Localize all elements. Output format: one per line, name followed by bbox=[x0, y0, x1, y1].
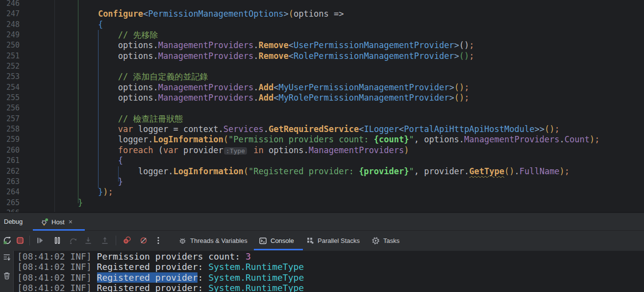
scroll-to-end-icon[interactable] bbox=[2, 253, 11, 262]
console-line[interactable]: [08:41:02 INF] Registered provider: Syst… bbox=[17, 262, 304, 272]
mute-breakpoints-icon[interactable] bbox=[139, 236, 148, 245]
line-number: 257 bbox=[0, 114, 20, 124]
line-number: 266 bbox=[0, 208, 20, 212]
debug-toolbar: Threads & Variables Console bbox=[0, 231, 644, 250]
code-line[interactable]: options.ManagementProviders.Add<MyRolePe… bbox=[58, 93, 600, 103]
code-line[interactable]: } bbox=[58, 198, 600, 208]
debug-console[interactable]: [08:41:02 INF] Permission providers coun… bbox=[0, 251, 644, 292]
view-breakpoints-icon[interactable] bbox=[123, 236, 131, 245]
console-line[interactable]: [08:41:02 INF] Registered provider: Syst… bbox=[17, 283, 304, 292]
tool-window-title: Debug bbox=[4, 213, 23, 231]
step-over-icon[interactable] bbox=[69, 236, 78, 245]
line-number: 265 bbox=[0, 198, 20, 208]
code-line[interactable]: // 檢查註冊狀態 bbox=[58, 114, 600, 124]
line-number: 262 bbox=[0, 166, 20, 177]
threads-icon bbox=[178, 237, 187, 245]
line-number: 258 bbox=[0, 124, 20, 134]
code-editor[interactable]: 2462472482492502512522532542552562572582… bbox=[0, 0, 644, 212]
code-line[interactable]: logger.LogInformation("Permission provid… bbox=[58, 134, 600, 145]
line-number: 253 bbox=[0, 72, 20, 82]
editor-code-text[interactable]: Configure<PermissionManagementOptions>(o… bbox=[58, 0, 600, 212]
editor-gutter: 2462472482492502512522532542552562572582… bbox=[0, 0, 20, 212]
code-line[interactable]: Configure<PermissionManagementOptions>(o… bbox=[58, 9, 600, 19]
console-toolbar-strip bbox=[0, 251, 14, 292]
line-number: 254 bbox=[0, 82, 20, 93]
line-number: 248 bbox=[0, 20, 20, 30]
console-line[interactable]: [08:41:02 INF] Permission providers coun… bbox=[17, 251, 304, 262]
code-line[interactable]: options.ManagementProviders.Remove<RoleP… bbox=[58, 51, 600, 61]
tab-threads-variables-label: Threads & Variables bbox=[190, 237, 248, 244]
rerun-debug-icon[interactable] bbox=[3, 236, 12, 245]
more-options-icon[interactable] bbox=[154, 236, 163, 245]
line-number: 252 bbox=[0, 61, 20, 72]
line-number: 264 bbox=[0, 187, 20, 197]
code-line[interactable]: // 先移除 bbox=[58, 30, 600, 40]
code-line[interactable] bbox=[58, 0, 600, 9]
line-number: 250 bbox=[0, 40, 20, 51]
close-icon[interactable]: × bbox=[69, 218, 73, 226]
clear-console-icon[interactable] bbox=[2, 271, 11, 280]
code-line[interactable]: var logger = context.Services.GetRequire… bbox=[58, 124, 600, 134]
debug-panel-header: Debug Host × bbox=[0, 213, 644, 231]
code-line[interactable]: logger.LogInformation("Registered provid… bbox=[58, 166, 600, 177]
code-line[interactable]: options.ManagementProviders.Remove<UserP… bbox=[58, 40, 600, 51]
pause-icon[interactable] bbox=[53, 236, 62, 245]
step-out-icon[interactable] bbox=[100, 236, 109, 245]
tab-tasks[interactable]: Tasks bbox=[372, 231, 399, 250]
line-number: 251 bbox=[0, 51, 20, 61]
console-line[interactable]: [08:41:02 INF] Registered provider: Syst… bbox=[17, 272, 304, 283]
code-line[interactable]: { bbox=[58, 20, 600, 30]
tasks-icon bbox=[372, 237, 380, 245]
code-line[interactable] bbox=[58, 208, 600, 212]
code-line[interactable] bbox=[58, 61, 600, 72]
code-line[interactable]: options.ManagementProviders.Add<MyUserPe… bbox=[58, 82, 600, 93]
debug-tool-window: Debug Host × bbox=[0, 213, 644, 292]
tab-host-label: Host bbox=[51, 218, 65, 226]
debugger-session-icon bbox=[41, 218, 49, 226]
line-number: 255 bbox=[0, 93, 20, 103]
tab-selected-underline bbox=[254, 249, 303, 250]
tab-host[interactable]: Host × bbox=[33, 213, 85, 231]
line-number: 246 bbox=[0, 0, 20, 9]
gutter-border bbox=[54, 0, 55, 212]
line-number: 259 bbox=[0, 134, 20, 145]
console-icon bbox=[259, 237, 267, 245]
console-output[interactable]: [08:41:02 INF] Permission providers coun… bbox=[17, 251, 304, 292]
line-number: 261 bbox=[0, 156, 20, 166]
tab-tasks-label: Tasks bbox=[383, 237, 399, 244]
toolbar-separator bbox=[29, 236, 30, 245]
line-number: 263 bbox=[0, 177, 20, 187]
tab-console[interactable]: Console bbox=[259, 231, 294, 250]
line-number: 247 bbox=[0, 9, 20, 19]
toolbar-separator bbox=[116, 236, 116, 245]
tab-parallel-stacks-label: Parallel Stacks bbox=[318, 237, 360, 244]
stop-icon[interactable] bbox=[16, 236, 25, 245]
resume-icon[interactable] bbox=[36, 236, 45, 245]
code-line[interactable]: foreach (var provider:Type in options.Ma… bbox=[58, 145, 600, 156]
code-line[interactable]: { bbox=[58, 156, 600, 166]
tab-threads-variables[interactable]: Threads & Variables bbox=[178, 231, 248, 250]
parallel-stacks-icon bbox=[306, 237, 314, 245]
tab-console-label: Console bbox=[271, 237, 294, 244]
line-number: 249 bbox=[0, 30, 20, 40]
line-number: 260 bbox=[0, 145, 20, 156]
step-into-icon[interactable] bbox=[84, 236, 93, 245]
tab-parallel-stacks[interactable]: Parallel Stacks bbox=[306, 231, 360, 250]
ide-window: 2462472482492502512522532542552562572582… bbox=[0, 0, 644, 292]
code-line[interactable]: // 添加自定義的並記錄 bbox=[58, 72, 600, 82]
code-line[interactable]: }); bbox=[58, 187, 600, 197]
code-line[interactable]: } bbox=[58, 177, 600, 187]
code-line[interactable] bbox=[58, 103, 600, 113]
line-number: 256 bbox=[0, 103, 20, 113]
